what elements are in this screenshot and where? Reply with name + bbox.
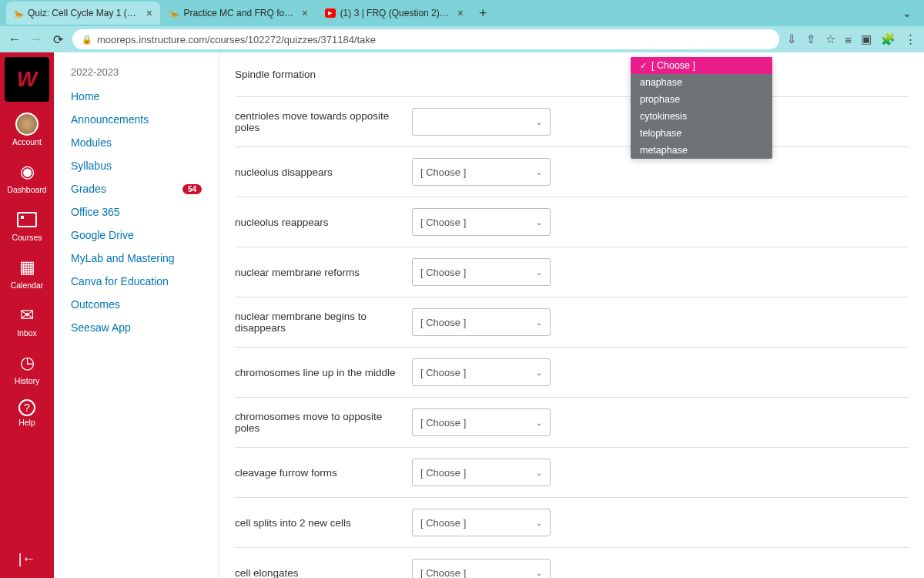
dropdown-option-metaphase[interactable]: metaphase [631, 142, 772, 159]
chevron-down-icon: ⌄ [536, 519, 542, 527]
quiz-select[interactable]: [ Choose ]⌄ [412, 559, 551, 578]
quiz-select[interactable]: [ Choose ]⌄ [412, 509, 551, 536]
course-nav: 2022-2023 Home Announcements Modules Syl… [54, 52, 219, 578]
quiz-select[interactable]: [ Choose ]⌄ [412, 308, 551, 336]
url-bar: ← → ⟳ 🔒 mooreps.instructure.com/courses/… [0, 26, 924, 52]
quiz-prompt: cell elongates [235, 567, 412, 579]
download-icon[interactable]: ⇩ [787, 32, 797, 46]
menu-icon[interactable]: ⋮ [905, 32, 916, 46]
quiz-select[interactable]: [ Choose ]⌄ [412, 408, 551, 436]
course-link-home[interactable]: Home [71, 90, 202, 102]
nav-label: Calendar [11, 281, 44, 290]
select-value: [ Choose ] [420, 166, 466, 178]
course-term: 2022-2023 [71, 66, 202, 78]
close-icon[interactable]: × [302, 7, 308, 19]
quiz-prompt: cleavage furrow forms [235, 467, 412, 479]
reading-list-icon[interactable]: ≡ [845, 33, 852, 46]
browser-tab-2[interactable]: ▶ (1) 3 | FRQ (Question 2) | Pract × [317, 2, 471, 25]
close-icon[interactable]: × [457, 7, 464, 19]
close-icon[interactable]: × [146, 7, 152, 19]
star-icon[interactable]: ☆ [825, 32, 835, 46]
course-link-seesaw[interactable]: Seesaw App [71, 321, 202, 334]
quiz-select[interactable]: [ Choose ]⌄ [412, 158, 551, 186]
quiz-select[interactable]: [ Choose ]⌄ [412, 208, 551, 236]
youtube-icon: ▶ [325, 8, 336, 18]
course-link-grades[interactable]: Grades 54 [71, 183, 202, 195]
select-value: [ Choose ] [420, 517, 466, 529]
side-panel-icon[interactable]: ▣ [861, 32, 872, 46]
chevron-down-icon[interactable]: ⌄ [902, 7, 912, 19]
history-icon: ◷ [15, 351, 38, 375]
new-tab-button[interactable]: + [473, 5, 494, 22]
nav-label: Account [12, 137, 42, 146]
quiz-select[interactable]: [ Choose ]⌄ [412, 358, 551, 386]
quiz-select[interactable]: [ Choose ]⌄ [412, 258, 551, 286]
dropdown-option-telophase[interactable]: telophase [631, 125, 772, 142]
collapse-nav-button[interactable]: |← [18, 551, 36, 567]
quiz-row: cell splits into 2 new cells[ Choose ]⌄ [235, 498, 909, 548]
quiz-prompt: Spindle formation [235, 69, 412, 80]
school-logo[interactable]: W [5, 57, 49, 102]
course-link-mylab[interactable]: MyLab and Mastering [71, 252, 202, 264]
tab-title: Quiz: Cell Cycle May 1 (homew [28, 8, 139, 18]
dropdown-option-choose[interactable]: ✓ [ Choose ] [631, 57, 772, 74]
course-link-outcomes[interactable]: Outcomes [71, 298, 202, 311]
browser-tab-0[interactable]: 🐆 Quiz: Cell Cycle May 1 (homew × [6, 2, 160, 25]
dropdown-option-cytokinesis[interactable]: cytokinesis [631, 108, 772, 125]
dropdown-option-anaphase[interactable]: anaphase [631, 74, 772, 91]
course-link-googledrive[interactable]: Google Drive [71, 229, 202, 241]
nav-inbox[interactable]: ✉ Inbox [0, 301, 54, 341]
forward-button[interactable]: → [29, 32, 43, 46]
quiz-row: chromosomes line up in the middle[ Choos… [235, 348, 909, 398]
nav-history[interactable]: ◷ History [0, 348, 54, 388]
course-link-syllabus[interactable]: Syllabus [71, 160, 202, 172]
quiz-row: nucleolus reappears[ Choose ]⌄ [235, 197, 909, 247]
tab-bar: 🐆 Quiz: Cell Cycle May 1 (homew × 🐆 Prac… [0, 0, 924, 26]
course-link-modules[interactable]: Modules [71, 136, 202, 149]
nav-label: Dashboard [7, 185, 46, 194]
select-value: [ Choose ] [420, 267, 466, 278]
tab-title: Practice MC and FRQ for 4/24 [183, 8, 293, 18]
grades-label: Grades [71, 183, 106, 195]
quiz-row: cleavage furrow forms[ Choose ]⌄ [235, 448, 909, 498]
select-value: [ Choose ] [420, 417, 466, 428]
nav-account[interactable]: Account [0, 109, 54, 150]
extensions-icon[interactable]: 🧩 [881, 32, 896, 46]
select-value: [ Choose ] [420, 317, 466, 328]
chevron-down-icon: ⌄ [536, 168, 542, 176]
chevron-down-icon: ⌄ [536, 368, 542, 377]
quiz-select[interactable]: ⌄ [412, 108, 551, 136]
nav-label: History [15, 376, 40, 385]
nav-courses[interactable]: Courses [0, 205, 54, 245]
nav-label: Help [18, 418, 35, 427]
quiz-prompt: cell splits into 2 new cells [235, 517, 412, 529]
chevron-down-icon: ⌄ [536, 418, 542, 427]
dropdown-option-prophase[interactable]: prophase [631, 91, 772, 108]
course-link-canva[interactable]: Canva for Education [71, 275, 202, 287]
inbox-icon: ✉ [15, 304, 38, 327]
back-button[interactable]: ← [8, 32, 22, 46]
course-link-office365[interactable]: Office 365 [71, 206, 202, 218]
nav-calendar[interactable]: ▦ Calendar [0, 253, 54, 293]
nav-help[interactable]: ? Help [0, 396, 54, 430]
nav-label: Inbox [17, 328, 37, 338]
nav-label: Courses [12, 233, 42, 242]
app-body: W Account ◉ Dashboard Courses ▦ Calendar… [0, 52, 924, 578]
share-icon[interactable]: ⇧ [806, 32, 816, 46]
quiz-prompt: nucleolus reappears [235, 217, 412, 228]
url-input[interactable]: 🔒 mooreps.instructure.com/courses/102272… [72, 29, 779, 49]
reload-button[interactable]: ⟳ [51, 32, 65, 47]
course-link-announcements[interactable]: Announcements [71, 113, 202, 126]
quiz-select[interactable]: [ Choose ]⌄ [412, 459, 551, 486]
select-value: [ Choose ] [420, 367, 466, 378]
option-label: [ Choose ] [651, 60, 695, 71]
select-value: [ Choose ] [420, 467, 466, 479]
url-text: mooreps.instructure.com/courses/102272/q… [97, 34, 376, 45]
lock-icon: 🔒 [82, 35, 92, 45]
global-nav: W Account ◉ Dashboard Courses ▦ Calendar… [0, 52, 54, 578]
tab-title: (1) 3 | FRQ (Question 2) | Pract [340, 8, 450, 18]
calendar-icon: ▦ [15, 256, 38, 279]
quiz-prompt: chromosomes move to opposite poles [235, 411, 412, 434]
nav-dashboard[interactable]: ◉ Dashboard [0, 157, 54, 197]
browser-tab-1[interactable]: 🐆 Practice MC and FRQ for 4/24 × [162, 2, 316, 25]
